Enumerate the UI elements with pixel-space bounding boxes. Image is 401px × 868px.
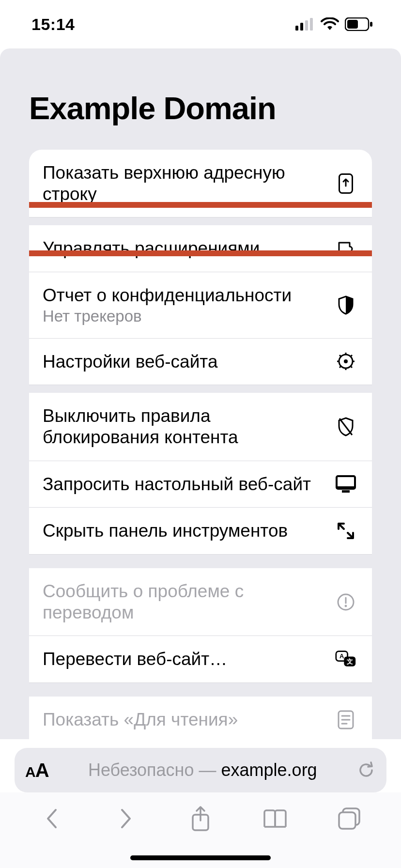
shield-off-icon bbox=[335, 417, 356, 437]
svg-rect-37 bbox=[339, 812, 355, 829]
item-sublabel: Нет трекеров bbox=[43, 307, 327, 326]
translate-icon: A文 bbox=[335, 650, 356, 669]
website-settings-item[interactable]: Настройки веб-сайта bbox=[29, 339, 372, 386]
report-translation-item: Сообщить о проблеме с переводом bbox=[29, 568, 372, 636]
page-actions-sheet: Example Domain Показать верхнюю адресную… bbox=[0, 48, 401, 739]
svg-rect-0 bbox=[295, 26, 298, 31]
address-text[interactable]: Небезопасно — example.org bbox=[49, 760, 356, 780]
item-label: Управлять расширениями bbox=[43, 238, 327, 259]
reload-icon[interactable] bbox=[356, 760, 376, 780]
reader-icon bbox=[335, 710, 356, 729]
bottom-toolbar bbox=[0, 792, 401, 868]
actions-menu: Показать верхнюю адресную строку Управля… bbox=[29, 150, 372, 739]
tabs-button[interactable] bbox=[334, 803, 365, 834]
svg-rect-1 bbox=[300, 23, 303, 31]
battery-icon bbox=[345, 17, 373, 31]
alert-icon bbox=[335, 593, 356, 611]
insecure-label: Небезопасно — bbox=[88, 760, 221, 780]
page-format-button[interactable]: AA bbox=[25, 760, 49, 781]
svg-line-17 bbox=[339, 366, 341, 368]
item-label: Запросить настольный веб-сайт bbox=[43, 474, 327, 495]
desktop-icon bbox=[335, 475, 356, 493]
request-desktop-site-item[interactable]: Запросить настольный веб-сайт bbox=[29, 461, 372, 508]
cell-signal-icon bbox=[295, 18, 315, 31]
item-label: Сообщить о проблеме с переводом bbox=[43, 581, 327, 623]
expand-icon bbox=[335, 522, 356, 540]
page-title: Example Domain bbox=[0, 90, 401, 150]
share-button[interactable] bbox=[185, 803, 216, 834]
svg-point-26 bbox=[345, 605, 347, 607]
status-time: 15:14 bbox=[31, 15, 75, 34]
wifi-icon bbox=[321, 17, 339, 31]
item-label: Настройки веб-сайта bbox=[43, 351, 327, 372]
forward-button[interactable] bbox=[110, 803, 141, 834]
svg-rect-3 bbox=[310, 18, 313, 31]
svg-rect-2 bbox=[305, 20, 308, 31]
shield-icon bbox=[335, 295, 356, 315]
home-indicator bbox=[130, 855, 271, 860]
svg-text:文: 文 bbox=[346, 658, 353, 665]
item-label: Показать «Для чтения» bbox=[43, 709, 327, 730]
svg-rect-20 bbox=[337, 486, 355, 489]
item-label: Отчет о конфиденциальности bbox=[43, 285, 327, 306]
hide-toolbar-item[interactable]: Скрыть панель инструментов bbox=[29, 508, 372, 555]
translate-website-item[interactable]: Перевести веб-сайт… A文 bbox=[29, 636, 372, 683]
manage-extensions-item[interactable]: Управлять расширениями bbox=[29, 225, 372, 272]
status-bar: 15:14 bbox=[0, 0, 401, 48]
disable-content-blockers-item[interactable]: Выключить правила блокирования контента bbox=[29, 393, 372, 461]
svg-line-23 bbox=[348, 533, 352, 537]
svg-rect-6 bbox=[370, 22, 372, 27]
privacy-report-item[interactable]: Отчет о конфиденциальности Нет трекеров bbox=[29, 272, 372, 339]
item-label: Перевести веб-сайт… bbox=[43, 649, 327, 670]
gear-icon bbox=[335, 352, 356, 371]
svg-rect-21 bbox=[342, 490, 350, 493]
show-reader-item: Показать «Для чтения» bbox=[29, 697, 372, 739]
item-label: Выключить правила блокирования контента bbox=[43, 405, 327, 448]
domain-label: example.org bbox=[221, 760, 317, 780]
svg-rect-5 bbox=[347, 20, 358, 29]
bookmarks-button[interactable] bbox=[260, 803, 291, 834]
svg-line-15 bbox=[350, 366, 352, 368]
puzzle-icon bbox=[335, 239, 356, 258]
item-label: Скрыть панель инструментов bbox=[43, 520, 327, 542]
status-indicators bbox=[295, 17, 373, 31]
svg-line-22 bbox=[339, 525, 344, 529]
svg-text:A: A bbox=[339, 652, 344, 660]
svg-line-14 bbox=[339, 355, 341, 357]
svg-line-16 bbox=[350, 355, 352, 357]
show-top-address-bar-item[interactable]: Показать верхнюю адресную строку bbox=[29, 150, 372, 217]
address-bar[interactable]: AA Небезопасно — example.org bbox=[15, 748, 386, 792]
svg-point-9 bbox=[344, 359, 348, 363]
back-button[interactable] bbox=[36, 803, 67, 834]
item-label: Показать верхнюю адресную строку bbox=[43, 162, 327, 204]
address-bar-top-icon bbox=[335, 173, 356, 194]
